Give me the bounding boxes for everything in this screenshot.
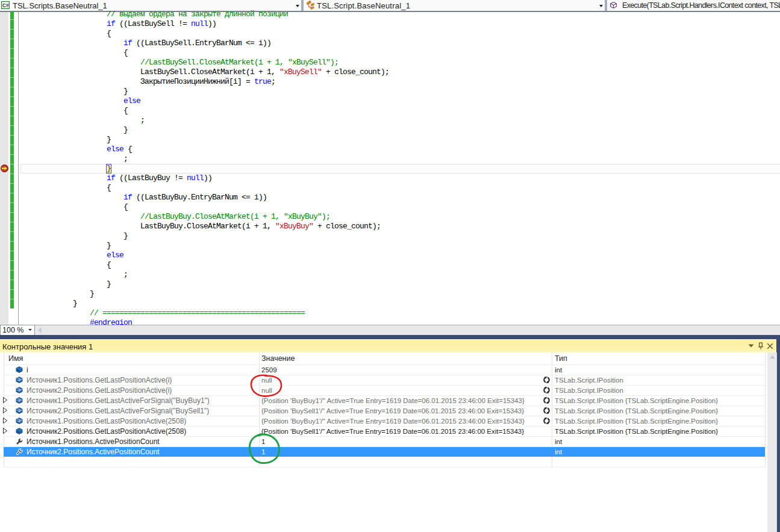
- svg-text:C#: C#: [2, 3, 9, 8]
